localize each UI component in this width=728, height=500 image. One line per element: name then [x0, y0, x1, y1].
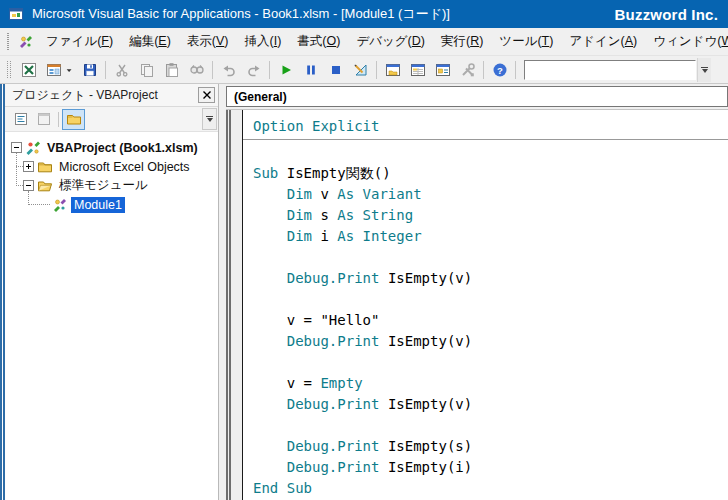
save-button[interactable]: [77, 58, 102, 82]
collapse-icon[interactable]: [23, 180, 34, 191]
object-browser-button[interactable]: [430, 58, 455, 82]
menu-item[interactable]: ツール(T): [491, 28, 561, 55]
close-button[interactable]: [198, 87, 215, 103]
menu-item[interactable]: 挿入(I): [237, 28, 290, 55]
tree-connector: [16, 166, 23, 167]
tree-connector: [16, 153, 17, 186]
code-text: [253, 333, 287, 349]
paste-button[interactable]: [159, 58, 184, 82]
toolbar-separator: [212, 61, 213, 79]
code-line: [253, 142, 728, 163]
code-line: End Sub: [253, 478, 728, 499]
design-mode-button[interactable]: [348, 58, 373, 82]
toolbar-separator: [269, 61, 270, 79]
code-header-row: (General): [226, 84, 728, 110]
collapse-icon[interactable]: [11, 142, 22, 153]
reset-button[interactable]: [323, 58, 348, 82]
panel-overflow-button[interactable]: [202, 108, 217, 130]
menu-item[interactable]: 実行(R): [433, 28, 491, 55]
view-excel-button[interactable]: [16, 58, 41, 82]
code-line: Dim s As String: [253, 205, 728, 226]
menu-items: ファイル(F)編集(E)表示(V)挿入(I)書式(O)デバッグ(D)実行(R)ツ…: [38, 28, 728, 55]
code-keyword: Debug.Print: [287, 270, 388, 286]
code-keyword: Dim: [287, 228, 321, 244]
code-window: (General) Option Explicit Sub IsEmpty関数(…: [219, 84, 728, 500]
toolbar-separator: [58, 112, 59, 127]
module-window-icon[interactable]: [18, 34, 34, 50]
vba-app-icon: [8, 6, 24, 22]
margin-indicator-bar[interactable]: [226, 110, 243, 500]
code-keyword: As Integer: [337, 228, 421, 244]
module-icon: [52, 197, 68, 213]
code-text: IsEmpty(v): [388, 270, 472, 286]
code-text: i: [320, 228, 337, 244]
view-code-button[interactable]: [9, 109, 32, 130]
project-panel-title: プロジェクト - VBAProject: [12, 87, 198, 104]
chevron-down-icon: [702, 69, 708, 73]
code-line: Debug.Print IsEmpty(v): [253, 268, 728, 289]
standard-toolbar: ?: [0, 56, 728, 84]
folder-closed-icon: [37, 159, 53, 175]
cut-button[interactable]: [109, 58, 134, 82]
tree-item-label: Microsoft Excel Objects: [56, 159, 193, 175]
tree-connector: [28, 204, 50, 205]
tree-connector: [16, 185, 23, 186]
menu-item[interactable]: 編集(E): [121, 28, 179, 55]
find-button[interactable]: [184, 58, 209, 82]
code-text: [253, 459, 287, 475]
project-icon: [25, 140, 41, 156]
dropdown-arrow-button[interactable]: [66, 58, 77, 82]
folder-open-icon: [37, 178, 53, 194]
menu-item[interactable]: アドイン(A): [561, 28, 645, 55]
code-keyword: Sub: [253, 165, 287, 181]
toolbox-button[interactable]: [455, 58, 480, 82]
code-line: [253, 352, 728, 373]
procedure-divider: [243, 139, 728, 140]
help-button[interactable]: ?: [487, 58, 512, 82]
chevron-bar: [206, 116, 213, 117]
undo-button[interactable]: [216, 58, 241, 82]
tree-item[interactable]: 標準モジュール: [5, 176, 218, 195]
tree-item-label: 標準モジュール: [56, 176, 151, 195]
menu-bar: ファイル(F)編集(E)表示(V)挿入(I)書式(O)デバッグ(D)実行(R)ツ…: [0, 28, 728, 56]
code-keyword: Option Explicit: [253, 118, 379, 134]
break-button[interactable]: [298, 58, 323, 82]
menubar-grip[interactable]: [7, 33, 9, 50]
menu-item[interactable]: デバッグ(D): [348, 28, 433, 55]
position-indicator: [524, 60, 696, 80]
menu-item[interactable]: ウィンドウ(W): [645, 28, 728, 55]
code-body: Option Explicit Sub IsEmpty関数() Dim v As…: [226, 110, 728, 500]
menu-item[interactable]: ファイル(F): [38, 28, 121, 55]
code-text: [253, 270, 287, 286]
title-bar: Microsoft Visual Basic for Applications …: [0, 0, 728, 28]
code-line: v = Empty: [253, 373, 728, 394]
object-dropdown[interactable]: (General): [226, 86, 728, 107]
view-object-button[interactable]: [32, 109, 55, 130]
tree-item[interactable]: Microsoft Excel Objects: [5, 157, 218, 176]
toolbar-overflow-button[interactable]: [697, 58, 711, 82]
object-dropdown-value: (General): [234, 90, 287, 104]
toolbar-separator: [376, 61, 377, 79]
insert-userform-button[interactable]: [41, 58, 66, 82]
chevron-down-icon: [207, 118, 213, 122]
code-line: [253, 289, 728, 310]
toggle-folders-button[interactable]: [62, 109, 85, 130]
code-editor[interactable]: Option Explicit Sub IsEmpty関数() Dim v As…: [243, 110, 728, 500]
toolbar-separator: [105, 61, 106, 79]
copy-button[interactable]: [134, 58, 159, 82]
tree-item[interactable]: VBAProject (Book1.xlsm): [5, 138, 218, 157]
run-button[interactable]: [273, 58, 298, 82]
project-panel-header[interactable]: プロジェクト - VBAProject: [5, 84, 218, 107]
redo-button[interactable]: [241, 58, 266, 82]
project-explorer-button[interactable]: [380, 58, 405, 82]
menu-item[interactable]: 表示(V): [179, 28, 237, 55]
main-area: プロジェクト - VBAProject VBAProject (Book1.xl…: [0, 84, 728, 500]
expand-icon[interactable]: [23, 161, 34, 172]
menu-item[interactable]: 書式(O): [289, 28, 348, 55]
code-text: [253, 228, 287, 244]
code-text: IsEmpty(i): [388, 459, 472, 475]
tree-item-label: Module1: [71, 197, 125, 213]
properties-window-button[interactable]: [405, 58, 430, 82]
toolbar-grip[interactable]: [7, 61, 11, 78]
project-explorer-panel: プロジェクト - VBAProject VBAProject (Book1.xl…: [5, 84, 219, 500]
